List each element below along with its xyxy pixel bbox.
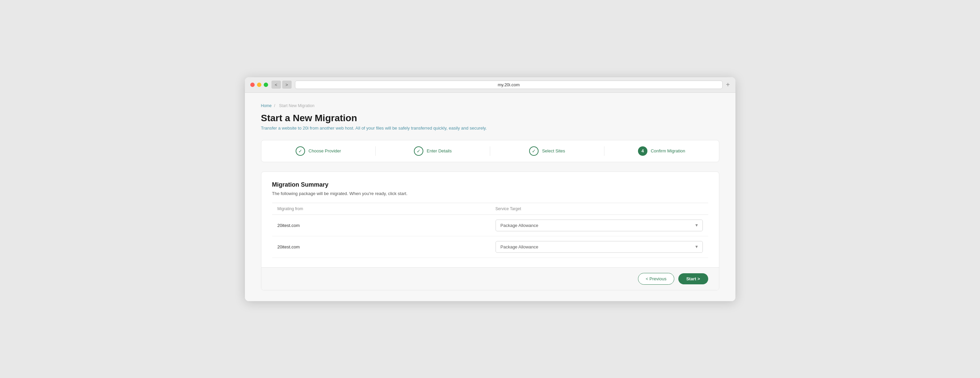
step-1-icon: ✓ [296,146,305,156]
table-row: 20itest.com Package Allowance ▼ [272,236,708,258]
section-desc: The following package will be migrated. … [272,191,708,196]
new-tab-button[interactable]: + [726,81,730,88]
table-header: Migrating from Service Target [272,203,708,215]
step-4-label: Confirm Migration [651,148,686,153]
step-select-sites: ✓ Select Sites [490,146,605,156]
step-2-label: Enter Details [427,148,452,153]
select-wrapper-2: Package Allowance ▼ [496,241,703,253]
step-confirm-migration: 4 Confirm Migration [605,146,719,156]
migration-table: Migrating from Service Target 20itest.co… [272,203,708,258]
section-title: Migration Summary [272,181,708,188]
page-subtitle: Transfer a website to 20i from another w… [261,125,719,130]
table-row: 20itest.com Package Allowance ▼ [272,215,708,236]
step-3-label: Select Sites [542,148,565,153]
page-content: Home / Start New Migration Start a New M… [245,93,735,301]
step-3-icon: ✓ [529,146,539,156]
forward-button[interactable]: > [282,81,292,89]
breadcrumb: Home / Start New Migration [261,103,719,108]
step-4-icon: 4 [638,146,648,156]
address-bar[interactable]: my.20i.com [295,81,723,89]
nav-buttons: < > [272,81,292,89]
close-button[interactable] [250,83,255,87]
main-card: Migration Summary The following package … [261,172,719,291]
source-domain-1: 20itest.com [272,222,490,229]
back-button[interactable]: < [272,81,281,89]
maximize-button[interactable] [264,83,268,87]
card-footer: < Previous Start > [261,267,719,290]
col1-header: Migrating from [272,206,490,211]
breadcrumb-home-link[interactable]: Home [261,103,272,108]
browser-window: < > my.20i.com + Home / Start New Migrat… [245,77,735,301]
target-select-wrapper-1: Package Allowance ▼ [490,218,708,233]
step-choose-provider: ✓ Choose Provider [261,146,376,156]
breadcrumb-separator: / [274,103,275,108]
target-select-wrapper-2: Package Allowance ▼ [490,240,708,254]
breadcrumb-current: Start New Migration [279,103,315,108]
source-domain-2: 20itest.com [272,243,490,251]
page-title: Start a New Migration [261,113,719,124]
select-wrapper-1: Package Allowance ▼ [496,219,703,231]
steps-bar: ✓ Choose Provider ✓ Enter Details ✓ Sele… [261,140,719,162]
browser-chrome: < > my.20i.com + [245,77,735,93]
card-body: Migration Summary The following package … [261,172,719,267]
step-enter-details: ✓ Enter Details [375,146,490,156]
previous-button[interactable]: < Previous [638,273,674,285]
col2-header: Service Target [490,206,708,211]
traffic-lights [250,83,268,87]
target-select-2[interactable]: Package Allowance [496,241,703,253]
minimize-button[interactable] [257,83,261,87]
target-select-1[interactable]: Package Allowance [496,219,703,231]
start-button[interactable]: Start > [678,273,708,284]
step-1-label: Choose Provider [309,148,341,153]
step-2-icon: ✓ [414,146,423,156]
